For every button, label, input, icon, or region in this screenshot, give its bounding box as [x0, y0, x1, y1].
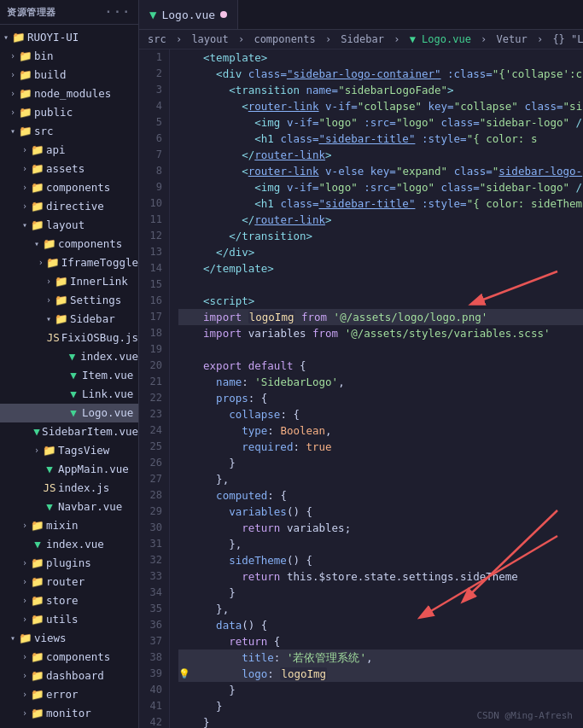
line20-code: export default { [190, 358, 583, 374]
bc-sep6: › [537, 33, 549, 45]
utils-icon: 📁 [31, 611, 44, 628]
bc-sep2: › [238, 33, 250, 45]
file-explorer-sidebar: 资源管理器 ··· 📁 RUOYI-UI 📁 bin 📁 build [0, 0, 139, 728]
inner-link-icon: 📁 [55, 273, 68, 290]
tree-item-api[interactable]: 📁 api [0, 141, 138, 160]
line7-warning [178, 147, 190, 163]
tree-item-src[interactable]: 📁 src [0, 122, 138, 141]
code-line-28: computed: { [178, 487, 583, 504]
directive-icon: 📁 [31, 198, 44, 215]
tree-item-plugins[interactable]: 📁 plugins [0, 554, 138, 573]
tree-item-layout-index-js[interactable]: › JS index.js [0, 479, 138, 498]
line22-code: props: { [190, 390, 583, 406]
dashboard-label: dashboard [46, 667, 104, 684]
line24-code: type: Boolean, [190, 422, 583, 439]
code-line-13: </div> [178, 244, 583, 260]
tree-item-layout-components[interactable]: 📁 components [0, 235, 138, 253]
sidebar-folder-label: Sidebar [70, 311, 115, 328]
monitor-icon: 📁 [31, 705, 44, 722]
line18-warning [178, 325, 190, 341]
assets-icon: 📁 [31, 160, 44, 178]
line39-code: logo: logoImg [190, 666, 583, 682]
plugins-arrow [19, 555, 31, 572]
tree-item-views[interactable]: 📁 views [0, 629, 138, 648]
tree-item-settings[interactable]: 📁 Settings [0, 291, 138, 310]
tree-item-assets[interactable]: 📁 assets [0, 160, 138, 178]
tree-item-views-components[interactable]: 📁 components [0, 648, 138, 667]
line23-warning [178, 406, 190, 422]
tree-item-node-modules[interactable]: 📁 node_modules [0, 84, 138, 103]
tree-item-mixin[interactable]: 📁 mixin [0, 516, 138, 535]
tree-item-logo-vue[interactable]: › ▼ Logo.vue [0, 404, 138, 422]
tree-item-sidebar-item-vue[interactable]: › ▼ SidebarItem.vue [0, 422, 138, 441]
mixin-icon: 📁 [31, 517, 44, 534]
src-index-label: index.vue [46, 536, 104, 553]
code-line-17: import logoImg from '@/assets/logo/logo.… [178, 309, 583, 325]
line22-warning [178, 390, 190, 406]
line38-warning [178, 649, 190, 666]
tree-item-app-main[interactable]: › ▼ AppMain.vue [0, 460, 138, 479]
tree-item-navbar[interactable]: › ▼ Navbar.vue [0, 498, 138, 516]
tree-item-components[interactable]: 📁 components [0, 178, 138, 197]
line31-code: }, [190, 536, 583, 552]
line26-warning [178, 455, 190, 471]
tree-item-tags-view[interactable]: 📁 TagsView [0, 441, 138, 460]
code-line-27: }, [178, 471, 583, 487]
tree-item-fix-ios-bug[interactable]: › JS FixiOSBug.js [0, 329, 138, 347]
tree-item-error[interactable]: 📁 error [0, 685, 138, 704]
tree-item-utils[interactable]: 📁 utils [0, 610, 138, 629]
components-label: components [46, 179, 110, 196]
fixios-label: FixiOSBug.js [61, 329, 138, 347]
code-line-26: } [178, 455, 583, 471]
line14-code: </template> [190, 260, 583, 277]
tree-item-router[interactable]: 📁 router [0, 573, 138, 591]
line16-code: <script> [190, 293, 583, 309]
explorer-title: 资源管理器 [7, 6, 56, 19]
line32-warning [178, 552, 190, 568]
code-line-3: <transition name="sidebarLogoFade"> [178, 82, 583, 98]
tree-item-monitor[interactable]: 📁 monitor [0, 704, 138, 723]
code-line-7: </router-link> [178, 147, 583, 163]
plugins-icon: 📁 [31, 555, 44, 572]
bc-sidebar: Sidebar [341, 33, 384, 45]
tree-item-sidebar-index[interactable]: › ▼ index.vue [0, 347, 138, 366]
file-tree: 📁 RUOYI-UI 📁 bin 📁 build 📁 node_modules [0, 25, 138, 728]
tree-item-store[interactable]: 📁 store [0, 591, 138, 610]
tree-item-inner-link[interactable]: 📁 InnerLink [0, 272, 138, 291]
explorer-menu-button[interactable]: ··· [105, 5, 131, 19]
bin-label: bin [34, 48, 54, 65]
views-label: views [34, 630, 67, 647]
tab-modified-dot [220, 11, 227, 18]
line40-warning [178, 682, 190, 698]
line6-warning [178, 131, 190, 147]
code-line-14: </template> [178, 260, 583, 277]
code-line-24: type: Boolean, [178, 422, 583, 439]
tree-item-sidebar-folder[interactable]: 📁 Sidebar [0, 310, 138, 329]
views-components-label: components [46, 649, 110, 666]
layout-js-icon: JS [43, 480, 56, 497]
tree-item-iframe-toggle[interactable]: 📁 IframeToggle [0, 253, 138, 272]
tree-item-build[interactable]: 📁 build [0, 66, 138, 84]
tree-item-layout[interactable]: 📁 layout [0, 216, 138, 235]
layout-arrow [19, 217, 31, 234]
tree-item-bin[interactable]: 📁 bin [0, 47, 138, 66]
tree-item-dashboard[interactable]: 📁 dashboard [0, 667, 138, 685]
tree-item-src-index-vue[interactable]: › ▼ index.vue [0, 535, 138, 554]
tree-item-public[interactable]: 📁 public [0, 103, 138, 122]
code-line-2: <div class="sidebar-logo-container" :cla… [178, 66, 583, 82]
line42-warning [178, 714, 190, 728]
code-line-9: <img v-if="logo" :src="logo" class="side… [178, 179, 583, 195]
tree-item-directive[interactable]: 📁 directive [0, 197, 138, 216]
src-label: src [34, 123, 54, 140]
line37-code: return { [190, 633, 583, 649]
tab-logo-vue[interactable]: ▼ Logo.vue [139, 0, 238, 29]
code-line-37: return { [178, 633, 583, 649]
inner-link-arrow [43, 273, 55, 290]
line3-warning [178, 82, 190, 98]
tree-item-link-vue[interactable]: › ▼ Link.vue [0, 385, 138, 404]
tree-root-ruoyi[interactable]: 📁 RUOYI-UI [0, 28, 138, 47]
line21-code: name: 'SidebarLogo', [190, 374, 583, 390]
utils-label: utils [46, 611, 79, 628]
tree-item-item-vue[interactable]: › ▼ Item.vue [0, 366, 138, 385]
settings-icon: 📁 [55, 292, 68, 309]
